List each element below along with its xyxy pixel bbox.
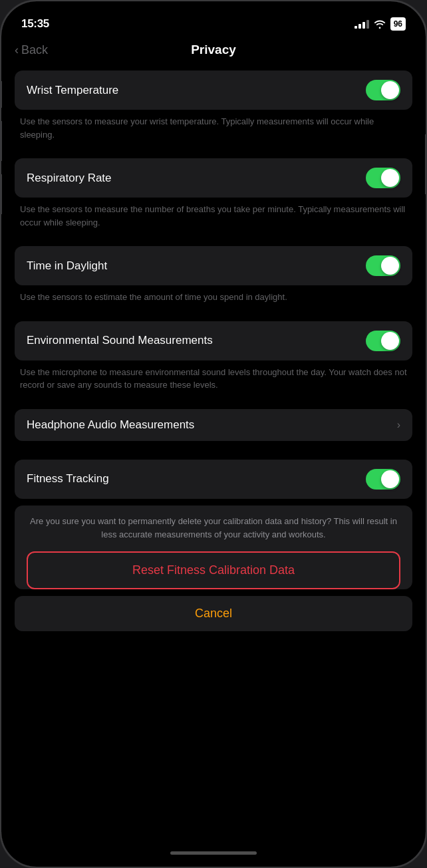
battery-indicator: 96 bbox=[390, 17, 406, 31]
wrist-temperature-toggle[interactable] bbox=[366, 80, 400, 100]
respiratory-rate-section: Respiratory Rate Use the sensors to meas… bbox=[15, 158, 412, 239]
reset-button-label: Reset Fitness Calibration Data bbox=[132, 563, 295, 577]
dynamic-island bbox=[174, 11, 253, 33]
environmental-sound-toggle[interactable] bbox=[366, 331, 400, 351]
wifi-icon bbox=[374, 19, 386, 29]
respiratory-rate-toggle[interactable] bbox=[366, 168, 400, 188]
home-indicator bbox=[1, 844, 426, 867]
back-chevron-icon: ‹ bbox=[15, 43, 19, 57]
nav-bar: ‹ Back Privacy bbox=[1, 37, 426, 65]
reset-button[interactable]: Reset Fitness Calibration Data bbox=[27, 551, 400, 589]
status-time: 15:35 bbox=[21, 17, 49, 31]
volume-up-button[interactable] bbox=[0, 121, 2, 161]
headphone-audio-section: Headphone Audio Measurements › bbox=[15, 409, 412, 441]
respiratory-rate-description: Use the sensors to measure the number of… bbox=[15, 198, 412, 239]
toggle-knob bbox=[381, 332, 399, 350]
time-in-daylight-label: Time in Daylight bbox=[27, 259, 107, 273]
toggle-knob bbox=[381, 169, 399, 187]
content-area: Wrist Temperature Use the sensors to mea… bbox=[1, 65, 426, 844]
cancel-label: Cancel bbox=[195, 607, 232, 620]
back-label: Back bbox=[21, 43, 48, 57]
environmental-sound-row[interactable]: Environmental Sound Measurements bbox=[15, 321, 412, 361]
cancel-section[interactable]: Cancel bbox=[15, 596, 412, 631]
back-button[interactable]: ‹ Back bbox=[15, 43, 48, 57]
phone-screen: 15:35 96 bbox=[1, 1, 426, 867]
environmental-sound-label: Environmental Sound Measurements bbox=[27, 334, 213, 347]
headphone-audio-label: Headphone Audio Measurements bbox=[27, 418, 194, 432]
phone-frame: 15:35 96 bbox=[0, 0, 427, 868]
confirm-dialog: Are you sure you want to permanently del… bbox=[15, 506, 412, 590]
time-in-daylight-section: Time in Daylight Use the sensors to esti… bbox=[15, 246, 412, 315]
environmental-sound-section: Environmental Sound Measurements Use the… bbox=[15, 321, 412, 402]
environmental-sound-description: Use the microphone to measure environmen… bbox=[15, 361, 412, 402]
headphone-audio-row[interactable]: Headphone Audio Measurements › bbox=[15, 409, 412, 441]
respiratory-rate-row[interactable]: Respiratory Rate bbox=[15, 158, 412, 198]
time-in-daylight-description: Use the sensors to estimate the amount o… bbox=[15, 285, 412, 315]
fitness-tracking-section: Fitness Tracking bbox=[15, 460, 412, 499]
toggle-knob bbox=[381, 470, 399, 488]
volume-down-button[interactable] bbox=[0, 174, 2, 214]
home-bar bbox=[170, 851, 257, 855]
status-right-icons: 96 bbox=[355, 17, 406, 31]
wrist-temperature-section: Wrist Temperature Use the sensors to mea… bbox=[15, 71, 412, 152]
fitness-tracking-label: Fitness Tracking bbox=[27, 472, 109, 486]
time-in-daylight-toggle[interactable] bbox=[366, 255, 400, 276]
fitness-tracking-toggle[interactable] bbox=[366, 469, 400, 490]
wrist-temperature-description: Use the sensors to measure your wrist te… bbox=[15, 110, 412, 152]
time-in-daylight-row[interactable]: Time in Daylight bbox=[15, 246, 412, 285]
signal-icon bbox=[355, 19, 369, 29]
fitness-tracking-row[interactable]: Fitness Tracking bbox=[15, 460, 412, 499]
respiratory-rate-label: Respiratory Rate bbox=[27, 172, 112, 185]
chevron-icon: › bbox=[397, 419, 400, 431]
toggle-knob bbox=[381, 257, 399, 275]
page-title: Privacy bbox=[191, 43, 236, 57]
wrist-temperature-label: Wrist Temperature bbox=[27, 84, 118, 97]
confirm-text: Are you sure you want to permanently del… bbox=[27, 515, 400, 552]
mute-switch[interactable] bbox=[0, 81, 2, 108]
section-separator bbox=[15, 448, 412, 454]
wrist-temperature-row[interactable]: Wrist Temperature bbox=[15, 71, 412, 110]
toggle-knob bbox=[381, 81, 399, 99]
